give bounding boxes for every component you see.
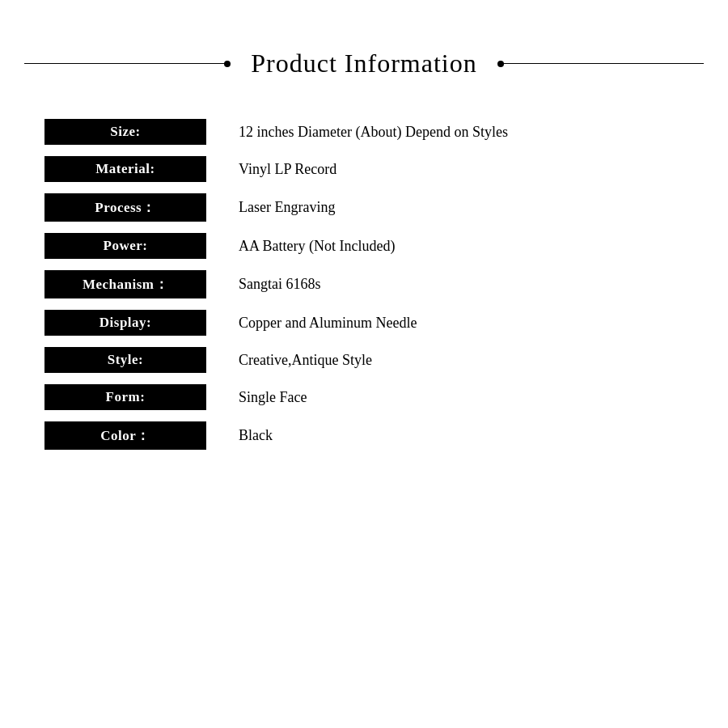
page-title: Product Information bbox=[231, 49, 497, 78]
row-value: Sangtai 6168s bbox=[239, 276, 321, 293]
row-label: Color： bbox=[44, 421, 206, 450]
table-row: Process：Laser Engraving bbox=[44, 193, 684, 222]
table-row: Mechanism：Sangtai 6168s bbox=[44, 270, 684, 298]
title-line-left bbox=[24, 63, 231, 65]
row-value: Copper and Aluminum Needle bbox=[239, 315, 417, 332]
row-label: Size: bbox=[44, 119, 206, 145]
row-value: Black bbox=[239, 427, 273, 444]
row-label: Form: bbox=[44, 384, 206, 410]
row-label: Style: bbox=[44, 347, 206, 373]
table-row: Style:Creative,Antique Style bbox=[44, 347, 684, 373]
info-table: Size:12 inches Diameter (About) Depend o… bbox=[0, 119, 728, 450]
row-value: Single Face bbox=[239, 389, 307, 406]
table-row: Material:Vinyl LP Record bbox=[44, 156, 684, 182]
title-line-right bbox=[497, 63, 704, 65]
row-label: Power: bbox=[44, 233, 206, 259]
table-row: Display:Copper and Aluminum Needle bbox=[44, 310, 684, 336]
row-value: Creative,Antique Style bbox=[239, 352, 372, 369]
row-label: Process： bbox=[44, 193, 206, 222]
table-row: Form:Single Face bbox=[44, 384, 684, 410]
row-label: Mechanism： bbox=[44, 270, 206, 298]
row-value: Laser Engraving bbox=[239, 199, 335, 216]
table-row: Color：Black bbox=[44, 421, 684, 450]
table-row: Power:AA Battery (Not Included) bbox=[44, 233, 684, 259]
row-value: AA Battery (Not Included) bbox=[239, 238, 395, 255]
row-value: 12 inches Diameter (About) Depend on Sty… bbox=[239, 124, 508, 141]
row-label: Material: bbox=[44, 156, 206, 182]
title-section: Product Information bbox=[0, 49, 728, 78]
row-label: Display: bbox=[44, 310, 206, 336]
table-row: Size:12 inches Diameter (About) Depend o… bbox=[44, 119, 684, 145]
page-container: Product Information Size:12 inches Diame… bbox=[0, 0, 728, 728]
row-value: Vinyl LP Record bbox=[239, 161, 336, 178]
